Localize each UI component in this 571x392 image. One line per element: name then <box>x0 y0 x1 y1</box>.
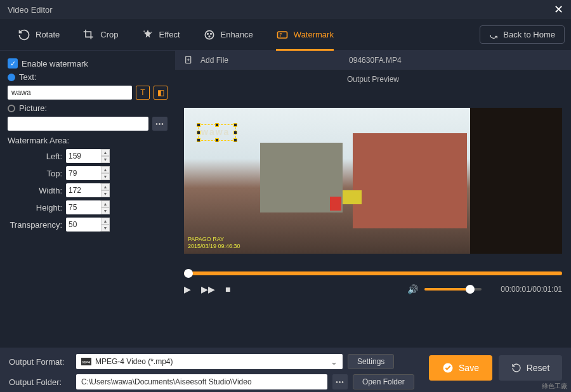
reset-icon <box>511 363 522 373</box>
window-title: Video Editor <box>8 5 53 15</box>
left-spinner[interactable] <box>66 149 102 163</box>
bottom-panel: Output Format: MP4MPEG-4 Video (*.mp4) ⌄… <box>0 348 571 392</box>
watermark-text-input[interactable] <box>8 86 132 100</box>
left-label: Left: <box>8 152 66 161</box>
reset-label: Reset <box>527 363 550 373</box>
width-label: Width: <box>8 186 66 195</box>
height-spinner[interactable] <box>66 200 102 214</box>
add-file-button[interactable]: Add File <box>200 56 228 65</box>
svg-text:MP4: MP4 <box>82 360 91 364</box>
svg-point-2 <box>205 30 213 39</box>
watermark-picture-input[interactable] <box>8 117 148 131</box>
chevron-down-icon: ⌄ <box>331 357 338 367</box>
save-label: Save <box>459 363 479 373</box>
reset-button[interactable]: Reset <box>499 355 562 381</box>
seek-thumb[interactable] <box>184 269 193 278</box>
top-spin-controls[interactable]: ▲▼ <box>101 166 110 180</box>
back-to-home-button[interactable]: Back to Home <box>480 25 565 44</box>
height-spin-controls[interactable]: ▲▼ <box>101 200 110 214</box>
rotate-icon <box>18 29 30 41</box>
svg-point-3 <box>207 33 208 34</box>
text-color-button[interactable]: ◧ <box>154 86 167 100</box>
close-icon[interactable]: ✕ <box>554 3 563 16</box>
tab-crop[interactable]: Crop <box>71 19 129 51</box>
height-label: Height: <box>8 203 66 212</box>
enable-watermark-checkbox[interactable]: ✓ <box>8 58 18 69</box>
picture-browse-button[interactable]: ••• <box>152 117 167 131</box>
add-file-icon <box>184 55 194 65</box>
stop-button[interactable]: ■ <box>225 284 230 294</box>
top-spinner[interactable] <box>66 166 102 180</box>
mp4-icon: MP4 <box>81 358 91 365</box>
output-format-label: Output Format: <box>9 357 71 367</box>
svg-rect-6 <box>277 32 287 38</box>
tab-label: Crop <box>100 30 118 39</box>
enhance-icon <box>203 29 216 41</box>
tab-label: Enhance <box>221 30 253 39</box>
transparency-spinner[interactable] <box>66 218 102 232</box>
output-folder-label: Output Folder: <box>9 377 71 387</box>
text-radio[interactable] <box>8 74 15 81</box>
check-icon <box>442 362 454 374</box>
output-folder-browse-button[interactable]: ••• <box>332 374 348 389</box>
width-spinner[interactable] <box>66 183 102 197</box>
seek-bar[interactable] <box>184 271 562 275</box>
watermark-icon <box>276 29 289 41</box>
width-spin-controls[interactable]: ▲▼ <box>101 183 110 197</box>
svg-point-5 <box>209 36 210 37</box>
toolbar: Rotate Crop Effect Enhance Watermark Bac… <box>0 19 571 51</box>
home-arrow-icon <box>489 30 498 39</box>
tab-label: Watermark <box>294 30 334 39</box>
tab-enhance[interactable]: Enhance <box>192 19 265 51</box>
picture-radio-label: Picture: <box>19 103 47 113</box>
save-button[interactable]: Save <box>429 355 492 381</box>
enable-watermark-label: Enable watermark <box>22 59 88 69</box>
video-preview[interactable]: wawa PAPAGO RAY 2015/03/19 09:46:30 <box>184 108 562 254</box>
play-button[interactable]: ▶ <box>184 284 191 294</box>
title-bar: Video Editor ✕ <box>0 0 571 19</box>
transparency-label: Transparency: <box>8 220 66 230</box>
transparency-spin-controls[interactable]: ▲▼ <box>101 218 110 232</box>
tab-label: Rotate <box>36 30 60 39</box>
fast-forward-button[interactable]: ▶▶ <box>201 284 215 294</box>
svg-point-0 <box>143 30 145 32</box>
svg-point-1 <box>151 32 152 33</box>
top-label: Top: <box>8 169 66 178</box>
current-filename: 094630FA.MP4 <box>349 56 402 65</box>
svg-point-4 <box>210 33 211 34</box>
file-bar: Add File 094630FA.MP4 <box>175 51 571 70</box>
watermark-area-title: Watermark Area: <box>8 136 167 145</box>
volume-thumb[interactable] <box>466 285 475 294</box>
tab-label: Effect <box>159 30 180 39</box>
tab-rotate[interactable]: Rotate <box>6 19 71 51</box>
video-overlay-text: PAPAGO RAY 2015/03/19 09:46:30 <box>188 236 240 250</box>
picture-radio[interactable] <box>8 105 15 112</box>
playback-time: 00:00:01/00:01:01 <box>501 285 562 294</box>
settings-button[interactable]: Settings <box>348 354 394 369</box>
watermark-bounding-box[interactable]: wawa <box>198 124 236 141</box>
volume-slider[interactable] <box>424 288 482 291</box>
output-format-value: MPEG-4 Video (*.mp4) <box>95 357 173 366</box>
output-format-combo[interactable]: MP4MPEG-4 Video (*.mp4) ⌄ <box>76 354 343 369</box>
preview-panel: Add File 094630FA.MP4 Output Preview waw… <box>175 51 571 348</box>
sidebar: ✓ Enable watermark Text: T ◧ Picture: ••… <box>0 51 175 348</box>
effect-icon <box>141 29 154 41</box>
tab-effect[interactable]: Effect <box>130 19 192 51</box>
playback-controls: ▶ ▶▶ ■ 🔊 00:00:01/00:01:01 <box>175 275 571 294</box>
open-folder-button[interactable]: Open Folder <box>353 374 414 389</box>
crop-icon <box>82 29 95 41</box>
text-style-button[interactable]: T <box>136 86 150 100</box>
text-radio-label: Text: <box>19 72 36 82</box>
output-preview-label: Output Preview <box>175 70 571 89</box>
output-folder-input[interactable] <box>76 374 327 389</box>
left-spin-controls[interactable]: ▲▼ <box>101 149 110 163</box>
tab-watermark[interactable]: Watermark <box>265 19 345 51</box>
footer-watermark: 綠色工廠 <box>542 382 567 391</box>
home-label: Back to Home <box>503 30 555 39</box>
volume-icon[interactable]: 🔊 <box>407 284 418 294</box>
watermark-overlay-text: wawa <box>201 127 230 137</box>
